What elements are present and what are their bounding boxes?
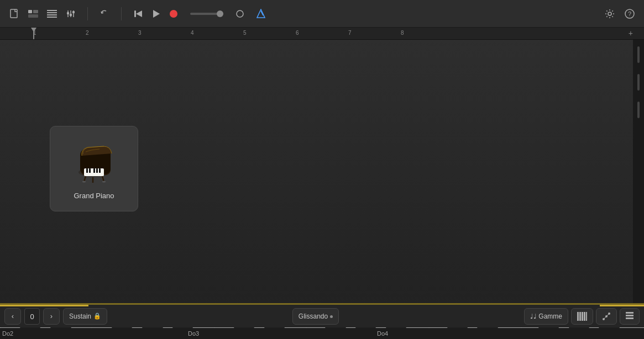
svg-rect-29	[96, 168, 98, 173]
svg-rect-11	[67, 12, 69, 14]
ctrl-group-right: ♩♩ Gamme	[524, 308, 640, 325]
svg-marker-19	[257, 9, 265, 18]
svg-rect-26	[86, 168, 88, 173]
scale-button[interactable]: ♩♩ Gamme	[524, 308, 568, 325]
black-key-ds2[interactable]	[50, 327, 71, 328]
note-label-do3: Do3	[188, 330, 199, 337]
octave-value: 0	[24, 308, 40, 325]
black-key-as4[interactable]	[599, 327, 619, 328]
track-view-button[interactable]	[25, 6, 41, 22]
svg-point-18	[237, 10, 243, 17]
svg-line-44	[604, 314, 609, 319]
card-area: Grand Piano	[0, 40, 633, 303]
glissando-dot	[330, 315, 333, 318]
ruler-mark-2: 2	[86, 30, 89, 36]
svg-rect-28	[93, 168, 95, 173]
controls-bar: ‹ 0 › Sustain 🔒 Glissando ♩♩ Gamme	[0, 303, 644, 327]
svg-rect-2	[33, 10, 38, 13]
svg-rect-4	[47, 10, 57, 11]
help-button[interactable]: ?	[622, 6, 637, 22]
svg-line-31	[84, 176, 86, 182]
svg-rect-47	[626, 317, 633, 319]
settings-button[interactable]	[602, 6, 617, 22]
svg-point-21	[608, 12, 611, 15]
svg-rect-14	[134, 10, 136, 17]
instrument-view: Grand Piano	[0, 40, 633, 303]
note-labels: Do2 Do3 Do4	[0, 328, 644, 339]
chord-button[interactable]	[571, 308, 593, 325]
prev-octave-button[interactable]: ‹	[4, 308, 21, 325]
svg-rect-27	[89, 168, 91, 173]
glissando-button[interactable]: Glissando	[292, 308, 339, 325]
svg-rect-36	[577, 312, 579, 321]
right-sidebar	[633, 40, 644, 303]
svg-point-17	[170, 10, 177, 18]
mixer-button[interactable]	[63, 6, 78, 22]
add-track-button[interactable]: +	[629, 29, 633, 38]
sustain-button[interactable]: Sustain 🔒	[63, 308, 107, 325]
svg-rect-30	[99, 168, 101, 173]
undo-button[interactable]	[97, 6, 112, 22]
ruler-mark-4: 4	[191, 30, 194, 36]
svg-marker-16	[153, 10, 160, 18]
play-button[interactable]	[148, 6, 164, 22]
rewind-button[interactable]	[130, 6, 146, 22]
instrument-name: Grand Piano	[74, 192, 114, 200]
main-area: Grand Piano	[0, 40, 644, 303]
black-key-fs3[interactable]	[325, 327, 345, 328]
record-button[interactable]	[166, 6, 181, 22]
black-key-ds4[interactable]	[477, 327, 498, 328]
ruler-mark-3: 3	[138, 30, 142, 36]
ruler: 1 2 3 4 5 6 7 8 +	[0, 28, 644, 40]
black-key-cs2[interactable]	[20, 327, 40, 328]
lock-icon: 🔒	[93, 312, 101, 320]
metronome-button[interactable]	[253, 6, 269, 22]
svg-rect-1	[28, 10, 32, 13]
svg-marker-15	[136, 10, 142, 17]
black-key-gs4[interactable]	[569, 327, 589, 328]
svg-rect-12	[70, 14, 72, 16]
sidebar-handle-1	[637, 46, 640, 63]
svg-point-35	[102, 181, 106, 182]
black-key-as2[interactable]	[172, 327, 193, 328]
sidebar-handle-3	[637, 102, 640, 118]
toolbar-right: ?	[602, 6, 637, 22]
keyboard-section: ‹ 0 › Sustain 🔒 Glissando ♩♩ Gamme	[0, 303, 644, 339]
toolbar: ?	[0, 0, 644, 28]
black-key-fs4[interactable]	[538, 327, 559, 328]
instrument-card[interactable]: Grand Piano	[50, 126, 138, 211]
black-key-ds3[interactable]	[264, 327, 285, 328]
black-key-cs3[interactable]	[234, 327, 254, 328]
black-key-gs2[interactable]	[142, 327, 163, 328]
ruler-mark-7: 7	[348, 30, 352, 36]
settings-list-button[interactable]	[620, 308, 640, 325]
list-view-button[interactable]	[44, 6, 60, 22]
new-document-button[interactable]	[7, 6, 22, 22]
black-key-as3[interactable]	[386, 327, 406, 328]
transport-group	[130, 6, 181, 22]
volume-slider[interactable]	[190, 13, 223, 15]
toolbar-left-group	[7, 6, 78, 22]
svg-rect-5	[47, 12, 57, 13]
black-key-fs2[interactable]	[112, 327, 132, 328]
black-key-cs4[interactable]	[447, 327, 468, 328]
svg-line-32	[102, 176, 104, 182]
svg-rect-46	[626, 315, 633, 316]
grand-piano-icon	[69, 137, 119, 187]
black-key-gs3[interactable]	[355, 327, 376, 328]
svg-point-34	[82, 181, 86, 182]
svg-rect-0	[11, 9, 17, 18]
svg-rect-40	[586, 312, 587, 321]
svg-rect-38	[582, 312, 583, 321]
svg-rect-45	[626, 312, 633, 314]
svg-rect-7	[47, 17, 57, 18]
ruler-mark-8: 8	[401, 30, 404, 36]
svg-rect-39	[584, 312, 585, 321]
svg-rect-6	[47, 14, 57, 15]
svg-text:?: ?	[628, 10, 631, 17]
arpeggio-button[interactable]	[596, 308, 617, 325]
note-label-do2: Do2	[2, 330, 13, 337]
svg-rect-13	[72, 11, 75, 13]
loop-button[interactable]	[232, 6, 248, 22]
next-octave-button[interactable]: ›	[43, 308, 60, 325]
